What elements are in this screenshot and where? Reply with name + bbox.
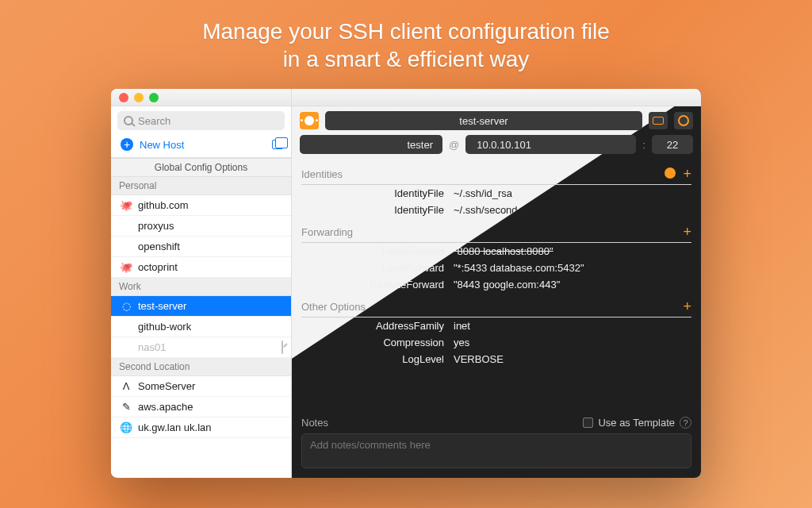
identity-warning-icon[interactable] bbox=[665, 167, 676, 179]
config-row[interactable]: LogLevelVERBOSE bbox=[301, 351, 691, 368]
minimize-window-button[interactable] bbox=[134, 93, 144, 102]
host-row[interactable]: nas01 bbox=[111, 337, 291, 358]
connection-row: tester @ 10.0.10.101 : 22 bbox=[292, 135, 701, 160]
add-forwarding-button[interactable]: + bbox=[683, 225, 691, 239]
hero-text: Manage your SSH client configuration fil… bbox=[0, 0, 812, 73]
config-key: IdentityFile bbox=[301, 204, 444, 216]
host-row[interactable]: 🐙github.com bbox=[111, 195, 291, 216]
host-label: aws.apache bbox=[138, 401, 193, 413]
ubuntu-icon: ◌ bbox=[121, 301, 132, 312]
lambda-icon: Λ bbox=[121, 381, 132, 392]
notes-section: Notes Use as Template ? Add notes/commen… bbox=[292, 410, 701, 478]
config-value: "*:5433 database.com:5432" bbox=[454, 262, 584, 274]
add-identity-button[interactable]: + bbox=[683, 166, 691, 182]
plus-icon: + bbox=[121, 138, 133, 151]
settings-button[interactable] bbox=[674, 112, 693, 129]
notes-textarea[interactable]: Add notes/comments here bbox=[301, 433, 691, 468]
colon-symbol: : bbox=[642, 139, 645, 151]
search-placeholder: Search bbox=[138, 115, 170, 127]
host-row[interactable]: ΛSomeServer bbox=[111, 376, 291, 397]
notes-placeholder: Add notes/comments here bbox=[310, 439, 431, 451]
host-row[interactable]: github-work bbox=[111, 317, 291, 337]
octopus-icon: 🐙 bbox=[121, 262, 132, 273]
new-host-label: New Host bbox=[140, 139, 184, 151]
config-key: LogLevel bbox=[301, 353, 444, 365]
close-window-button[interactable] bbox=[119, 93, 128, 102]
host-row[interactable]: proxyus bbox=[111, 216, 291, 237]
notes-title: Notes bbox=[301, 417, 328, 429]
host-row[interactable]: openshift bbox=[111, 237, 291, 257]
config-value: ~/.ssh/second_id_rsa bbox=[454, 204, 551, 216]
window-titlebar bbox=[111, 89, 291, 106]
github-icon: 🐙 bbox=[121, 200, 132, 211]
use-as-template-label: Use as Template bbox=[598, 417, 675, 429]
host-label: SomeServer bbox=[138, 380, 195, 392]
forwarding-title: Forwarding bbox=[301, 226, 353, 238]
host-row[interactable]: ✎aws.apache bbox=[111, 397, 291, 418]
host-row[interactable]: 🌐uk.gw.lan uk.lan bbox=[111, 418, 291, 438]
group-header[interactable]: Second Location bbox=[111, 358, 291, 376]
open-terminal-button[interactable] bbox=[649, 112, 668, 129]
search-input[interactable]: Search bbox=[117, 111, 285, 130]
identities-title: Identities bbox=[301, 168, 343, 180]
globe-icon: 🌐 bbox=[121, 422, 132, 433]
config-row[interactable]: LocalForward"8080 localhost:8080" bbox=[301, 243, 691, 260]
host-label: test-server bbox=[138, 300, 186, 312]
other-options-title: Other Options bbox=[301, 301, 366, 313]
host-label: openshift bbox=[138, 241, 180, 252]
help-icon[interactable]: ? bbox=[680, 417, 691, 429]
port-field[interactable]: 22 bbox=[652, 135, 693, 154]
host-row[interactable]: 🐙octoprint bbox=[111, 257, 291, 278]
os-ubuntu-icon bbox=[300, 112, 319, 129]
config-value: yes bbox=[454, 337, 469, 348]
config-row[interactable]: IdentityFile~/.ssh/id_rsa bbox=[301, 185, 691, 202]
config-value: inet bbox=[454, 320, 470, 332]
forwarding-section: Forwarding + LocalForward"8080 localhost… bbox=[292, 218, 701, 293]
host-label: octoprint bbox=[138, 261, 178, 273]
feather-icon: ✎ bbox=[121, 402, 132, 413]
config-value: "8443 google.com:443" bbox=[454, 279, 560, 291]
group-header[interactable]: Personal bbox=[111, 177, 291, 195]
config-key: LocalForward bbox=[301, 245, 444, 257]
config-row[interactable]: AddressFamilyinet bbox=[301, 318, 691, 334]
at-symbol: @ bbox=[449, 139, 459, 151]
add-option-button[interactable]: + bbox=[683, 299, 691, 314]
main-panel: test-server tester @ 10.0.10.101 : 22 Id… bbox=[292, 89, 701, 478]
config-key: AddressFamily bbox=[301, 320, 444, 332]
identities-section: Identities + IdentityFile~/.ssh/id_rsaId… bbox=[292, 160, 701, 218]
config-value: VERBOSE bbox=[454, 353, 504, 365]
host-row[interactable]: ◌test-server bbox=[111, 296, 291, 317]
config-key: Compression bbox=[301, 337, 444, 348]
host-name-field[interactable]: test-server bbox=[325, 111, 642, 130]
host-label: uk.gw.lan uk.lan bbox=[138, 421, 212, 433]
config-value: ~/.ssh/id_rsa bbox=[454, 187, 512, 199]
app-window: Search + New Host Global Config Options … bbox=[111, 89, 701, 478]
host-label: github-work bbox=[138, 321, 191, 333]
host-header-row: test-server bbox=[292, 106, 701, 135]
search-icon bbox=[124, 116, 133, 125]
config-row[interactable]: IdentityFile~/.ssh/second_id_rsa bbox=[301, 202, 691, 218]
host-label: proxyus bbox=[138, 220, 174, 232]
config-row[interactable]: Compressionyes bbox=[301, 334, 691, 351]
config-row[interactable]: LocalForward"*:5433 database.com:5432" bbox=[301, 260, 691, 276]
config-row[interactable]: RemoteForward"8443 google.com:443" bbox=[301, 276, 691, 293]
sidebar: Search + New Host Global Config Options … bbox=[111, 89, 292, 478]
other-options-section: Other Options + AddressFamilyinetCompres… bbox=[292, 293, 701, 368]
main-titlebar bbox=[292, 89, 701, 106]
group-header[interactable]: Work bbox=[111, 278, 291, 296]
gear-icon bbox=[678, 115, 689, 126]
config-key: LocalForward bbox=[301, 262, 444, 274]
config-key: IdentityFile bbox=[301, 187, 444, 199]
user-field[interactable]: tester bbox=[300, 135, 442, 154]
config-key: RemoteForward bbox=[301, 279, 444, 291]
host-label: github.com bbox=[138, 199, 189, 211]
config-value: "8080 localhost:8080" bbox=[454, 245, 553, 257]
global-config-header[interactable]: Global Config Options bbox=[111, 158, 291, 177]
use-as-template-checkbox[interactable] bbox=[583, 418, 593, 428]
host-ip-field[interactable]: 10.0.10.101 bbox=[465, 135, 636, 154]
new-host-button[interactable]: + New Host bbox=[111, 133, 291, 158]
terminal-icon bbox=[653, 117, 664, 125]
disabled-icon bbox=[282, 341, 283, 353]
zoom-window-button[interactable] bbox=[149, 93, 159, 102]
duplicate-icon[interactable] bbox=[272, 140, 283, 149]
